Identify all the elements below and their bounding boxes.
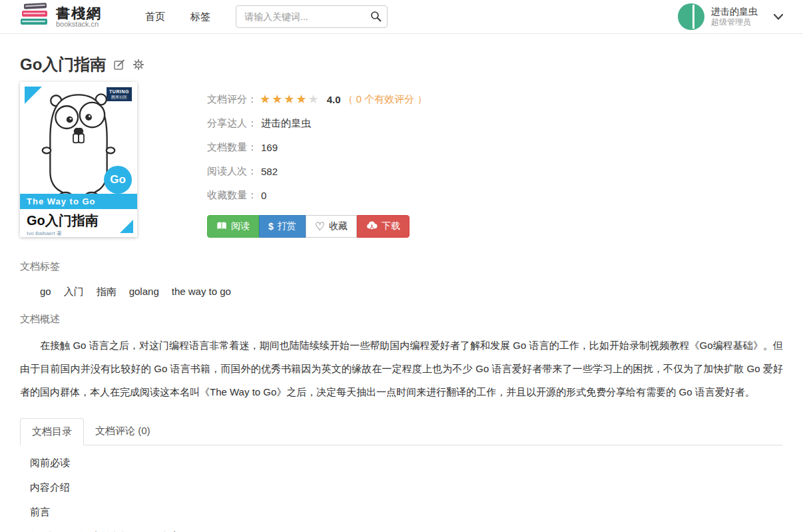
toc-item[interactable]: 阅前必读 xyxy=(20,451,783,475)
logo-subtitle: bookstack.cn xyxy=(56,21,102,29)
cloud-download-icon xyxy=(366,221,378,232)
gear-icon[interactable] xyxy=(133,59,144,70)
rating-label: 文档评分： xyxy=(207,93,257,106)
cover-corner-decoration xyxy=(120,220,133,233)
search-input[interactable] xyxy=(236,5,388,28)
tag-item[interactable]: go xyxy=(40,286,51,298)
rating-row: 文档评分： ★★★★★ 4.0 （ 0 个有效评分 ） xyxy=(207,87,427,111)
avatar[interactable] xyxy=(678,3,704,30)
cover-author: Ivo Balbaert 著 xyxy=(27,230,62,237)
overview-text: 在接触 Go 语言之后，对这门编程语言非常着迷，期间也陆陆续续开始一些帮助国内编… xyxy=(20,334,783,403)
download-button[interactable]: 下载 xyxy=(357,215,409,238)
read-count-row: 阅读人次： 582 xyxy=(207,159,427,183)
nav-item-tags[interactable]: 标签 xyxy=(190,11,210,23)
logo-title: 書棧網 xyxy=(56,6,102,21)
go-logo-badge: Go xyxy=(104,166,132,194)
toc-item[interactable]: 第1章：Go 语言的起源，发展与普及 xyxy=(20,525,783,532)
logo[interactable]: 書棧網 bookstack.cn xyxy=(20,2,102,31)
search-icon[interactable] xyxy=(370,11,382,25)
user-menu[interactable]: 进击的皇虫 超级管理员 xyxy=(678,3,783,30)
chevron-down-icon[interactable] xyxy=(774,11,783,23)
tab-bar: 文档目录 文档评论 (0) xyxy=(20,418,783,445)
navbar: 書棧網 bookstack.cn 首页 标签 进击的皇虫 超级管理员 xyxy=(0,0,803,34)
sharer-value: 进击的皇虫 xyxy=(261,117,311,130)
tag-item[interactable]: golang xyxy=(129,286,159,298)
nav-item-home[interactable]: 首页 xyxy=(145,11,165,23)
collect-count-row: 收藏数量： 0 xyxy=(207,183,427,207)
rating-stars: ★★★★★ xyxy=(260,92,320,107)
doc-count-value: 169 xyxy=(261,142,278,153)
user-role: 超级管理员 xyxy=(711,17,758,27)
collect-count-value: 0 xyxy=(261,190,266,201)
sharer-row: 分享达人： 进击的皇虫 xyxy=(207,111,427,135)
heart-icon: ♡ xyxy=(315,221,325,232)
tab-doc-toc[interactable]: 文档目录 xyxy=(20,418,84,445)
action-buttons: 阅读 $ 打赏 ♡ 收藏 xyxy=(207,215,409,238)
page-title: Go入门指南 xyxy=(20,54,106,75)
book-header: TURING 图灵社区 xyxy=(20,82,783,238)
tag-item[interactable]: the way to go xyxy=(172,286,231,298)
dollar-icon: $ xyxy=(268,221,274,232)
tag-list: go 入门 指南 golang the way to go xyxy=(20,286,783,298)
tag-item[interactable]: 指南 xyxy=(97,286,117,298)
donate-button[interactable]: $ 打赏 xyxy=(259,215,306,238)
search-box xyxy=(236,5,388,28)
toc-item[interactable]: 内容介绍 xyxy=(20,475,783,500)
logo-books-icon xyxy=(20,2,51,31)
tab-doc-comments[interactable]: 文档评论 (0) xyxy=(84,418,162,445)
overview-heading: 文档概述 xyxy=(20,313,783,326)
book-icon xyxy=(216,221,227,232)
read-count-value: 582 xyxy=(261,166,278,177)
user-name: 进击的皇虫 xyxy=(711,6,758,18)
doc-count-row: 文档数量： 169 xyxy=(207,135,427,159)
read-button[interactable]: 阅读 xyxy=(207,215,259,238)
edit-icon[interactable] xyxy=(114,59,125,70)
rating-note: （ 0 个有效评分 ） xyxy=(344,93,427,106)
collect-button[interactable]: ♡ 收藏 xyxy=(306,215,357,238)
tags-heading: 文档标签 xyxy=(20,260,783,273)
toc-item[interactable]: 前言 xyxy=(20,500,783,525)
book-cover[interactable]: TURING 图灵社区 xyxy=(20,82,137,237)
nav-links: 首页 标签 xyxy=(145,11,210,23)
cover-banner: The Way to Go xyxy=(20,194,137,209)
rating-value: 4.0 xyxy=(327,94,341,105)
main-content: Go入门指南 TURING xyxy=(0,54,803,532)
toc-list: 阅前必读 内容介绍 前言 第1章：Go 语言的起源，发展与普及 第2章：安装与运… xyxy=(20,451,783,532)
tag-item[interactable]: 入门 xyxy=(64,286,84,298)
book-info: 文档评分： ★★★★★ 4.0 （ 0 个有效评分 ） 分享达人： 进击的皇虫 … xyxy=(207,82,427,238)
title-row: Go入门指南 xyxy=(20,54,783,75)
cover-title: Go入门指南 xyxy=(27,212,99,230)
